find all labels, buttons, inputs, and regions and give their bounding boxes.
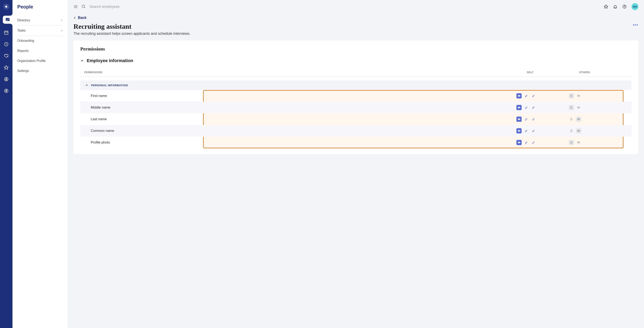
rail-item-clock[interactable] (4, 41, 9, 47)
edit-alt-icon (532, 118, 535, 121)
eye-plain-grey-icon (577, 94, 580, 97)
chevron-up-icon (85, 84, 88, 87)
section-employee-info[interactable]: Employee information (80, 58, 632, 63)
star-icon (4, 65, 9, 70)
edit-button[interactable] (524, 117, 529, 122)
lock-grey-button[interactable] (569, 105, 574, 110)
eye-filled-button[interactable] (516, 128, 522, 134)
rail-item-star[interactable] (4, 65, 9, 70)
sidebar: People DirectoryTasksOnboardingReportsOr… (12, 0, 68, 328)
eye-grey-button[interactable] (576, 117, 581, 122)
perm-label: Last name (91, 117, 516, 121)
eye-filled-icon (518, 106, 521, 109)
calendar-icon (4, 30, 9, 35)
card-title: Permissions (80, 46, 632, 52)
edit-button[interactable] (524, 93, 529, 99)
self-actions (516, 140, 569, 145)
lock-grey-button[interactable] (569, 140, 574, 145)
page-subtitle: The recruiting assistant helps screen ap… (74, 31, 190, 36)
edit-icon (525, 141, 528, 144)
rail-item-calendar[interactable] (4, 30, 9, 35)
edit-button[interactable] (524, 128, 529, 134)
edit-icon (525, 94, 528, 97)
sidebar-item-settings[interactable]: Settings (17, 66, 63, 76)
svg-rect-27 (570, 107, 572, 109)
lock-plain-grey-button[interactable] (569, 117, 574, 122)
eye-filled-icon (518, 141, 521, 144)
app-logo[interactable] (3, 3, 9, 10)
bell-icon[interactable] (613, 4, 618, 9)
subgroup-personal-info[interactable]: PERSONAL INFORMATION (80, 80, 632, 90)
perm-label: Common name (91, 129, 516, 133)
people-icon (5, 17, 10, 22)
svg-point-31 (578, 119, 579, 120)
perm-label: Middle name (91, 106, 516, 110)
col-others: OTHERS (575, 71, 628, 74)
subgroup-title: PERSONAL INFORMATION (91, 84, 128, 87)
svg-point-13 (6, 78, 7, 79)
edit-alt-icon (532, 129, 535, 133)
eye-filled-button[interactable] (516, 93, 522, 99)
edit-alt-button[interactable] (531, 93, 536, 99)
svg-rect-36 (570, 142, 572, 144)
menu-icon[interactable] (74, 4, 78, 9)
sidebar-item-label: Organization Profile (17, 59, 46, 63)
eye-plain-grey-button[interactable] (576, 105, 581, 110)
help-icon[interactable] (622, 4, 627, 9)
svg-point-32 (518, 131, 520, 131)
rail-item-dollar[interactable] (4, 88, 9, 94)
eye-plain-grey-button[interactable] (576, 140, 581, 145)
eye-filled-button[interactable] (516, 117, 522, 122)
user-avatar[interactable]: KH (632, 3, 638, 10)
edit-alt-button[interactable] (531, 140, 536, 145)
sidebar-title: People (17, 4, 63, 10)
svg-point-37 (578, 142, 579, 143)
page-header: Back Recruiting assistant The recruiting… (68, 13, 644, 41)
sidebar-item-tasks[interactable]: Tasks (17, 25, 63, 36)
search-input[interactable] (90, 5, 600, 9)
back-link[interactable]: Back (74, 16, 86, 20)
lock-grey-button[interactable] (569, 93, 574, 99)
eye-plain-grey-icon (577, 141, 580, 144)
svg-rect-30 (570, 119, 572, 120)
edit-alt-button[interactable] (531, 105, 536, 110)
edit-alt-button[interactable] (531, 117, 536, 122)
sidebar-item-directory[interactable]: Directory (17, 15, 63, 25)
edit-icon (525, 118, 528, 121)
edit-alt-button[interactable] (531, 128, 536, 134)
others-actions (569, 93, 621, 99)
rail-item-heart[interactable] (4, 53, 9, 59)
svg-point-18 (82, 5, 85, 8)
lock-plain-grey-icon (570, 129, 573, 133)
sidebar-item-label: Tasks (17, 29, 26, 32)
eye-filled-button[interactable] (516, 105, 522, 110)
svg-marker-11 (4, 65, 8, 69)
chevron-left-icon (74, 16, 76, 19)
svg-point-34 (578, 131, 579, 131)
rail-item-people[interactable] (3, 16, 12, 24)
edit-button[interactable] (524, 105, 529, 110)
rail-item-person-search[interactable] (4, 76, 9, 82)
more-menu[interactable]: ••• (633, 23, 638, 27)
eye-grey-button[interactable] (576, 128, 581, 134)
person-search-icon (4, 77, 9, 82)
others-actions (569, 105, 621, 110)
star-outline-icon[interactable] (604, 4, 608, 9)
self-actions (516, 128, 569, 134)
search-icon[interactable] (82, 4, 86, 9)
eye-plain-grey-button[interactable] (576, 93, 581, 99)
svg-rect-4 (4, 31, 8, 34)
lock-plain-grey-button[interactable] (569, 128, 574, 134)
edit-button[interactable] (524, 140, 529, 145)
sidebar-item-reports[interactable]: Reports (17, 46, 63, 56)
lock-plain-grey-icon (570, 118, 573, 121)
heart-plus-icon (4, 53, 9, 58)
svg-point-22 (624, 7, 625, 8)
edit-alt-icon (532, 106, 535, 109)
topbar: KH (68, 0, 644, 13)
edit-alt-icon (532, 94, 535, 97)
sidebar-item-organization-profile[interactable]: Organization Profile (17, 56, 63, 66)
sidebar-item-onboarding[interactable]: Onboarding (17, 36, 63, 46)
eye-filled-button[interactable] (516, 140, 522, 145)
sidebar-item-label: Settings (17, 69, 29, 73)
